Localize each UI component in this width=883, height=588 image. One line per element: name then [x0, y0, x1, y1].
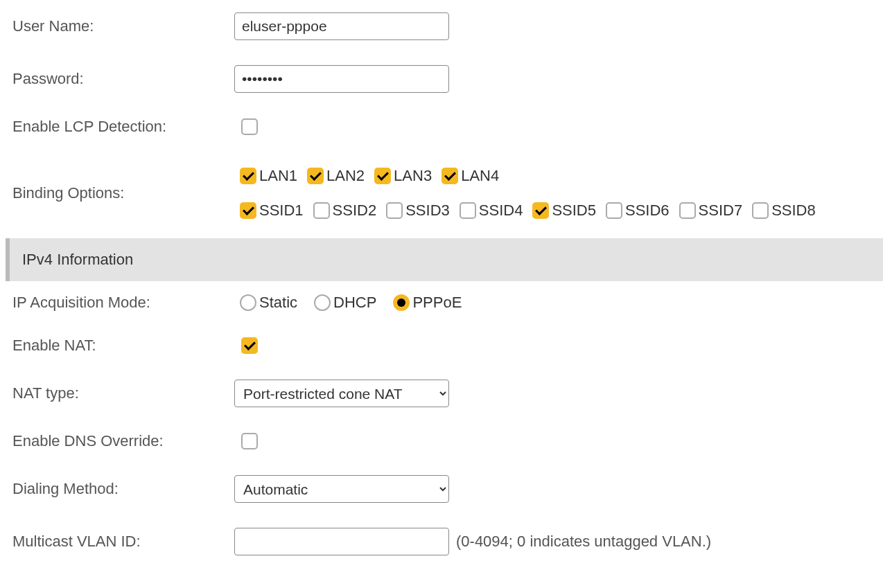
label-dialing-method: Dialing Method: [12, 480, 234, 498]
dialing-method-select[interactable]: Automatic [234, 475, 449, 503]
binding-ssid6[interactable]: SSID6 [606, 195, 670, 226]
binding-ssid3-label: SSID3 [405, 195, 450, 226]
binding-ssid7[interactable]: SSID7 [679, 195, 743, 226]
binding-ssid2-label: SSID2 [333, 195, 377, 226]
ip-mode-dhcp[interactable]: DHCP [314, 294, 376, 312]
row-user-name: User Name: [0, 0, 883, 53]
binding-ssid4[interactable]: SSID4 [460, 195, 523, 226]
user-name-input[interactable] [234, 12, 449, 40]
binding-options-group: LAN1 LAN2 LAN3 LAN4 SSID1 SSID2 SSID3 SS… [234, 161, 871, 226]
binding-ssid6-checkbox[interactable] [606, 202, 622, 219]
ip-mode-dhcp-radio[interactable] [314, 294, 331, 311]
binding-ssid7-checkbox[interactable] [679, 202, 696, 219]
ip-mode-pppoe-label: PPPoE [412, 294, 462, 312]
binding-ssid1[interactable]: SSID1 [240, 195, 304, 226]
binding-lan1-checkbox[interactable] [240, 168, 256, 184]
ip-mode-static-radio[interactable] [240, 294, 256, 311]
binding-ssid1-checkbox[interactable] [240, 202, 256, 219]
label-enable-lcp: Enable LCP Detection: [12, 118, 234, 136]
binding-ssid5-label: SSID5 [552, 195, 596, 226]
label-nat-type: NAT type: [12, 384, 234, 402]
binding-lan1-label: LAN1 [259, 161, 297, 191]
enable-nat-checkbox[interactable] [241, 337, 258, 354]
label-enable-dns-override: Enable DNS Override: [12, 432, 234, 450]
binding-lan2-label: LAN2 [326, 161, 365, 191]
binding-ssid2-checkbox[interactable] [313, 202, 330, 219]
label-user-name: User Name: [12, 17, 234, 35]
binding-lan1[interactable]: LAN1 [240, 161, 297, 191]
ip-mode-static-label: Static [259, 294, 297, 312]
ip-mode-pppoe[interactable]: PPPoE [393, 294, 462, 312]
binding-ssid5[interactable]: SSID5 [532, 195, 596, 226]
ip-mode-group: Static DHCP PPPoE [240, 294, 871, 312]
binding-lan4-label: LAN4 [461, 161, 499, 191]
enable-lcp-checkbox[interactable] [241, 118, 258, 135]
row-dialing-method: Dialing Method: Automatic [0, 463, 883, 515]
nat-type-select[interactable]: Port-restricted cone NAT [234, 380, 449, 407]
ip-mode-pppoe-radio[interactable] [393, 294, 410, 311]
label-ip-mode: IP Acquisition Mode: [12, 294, 234, 312]
binding-lan4-checkbox[interactable] [442, 168, 458, 184]
row-password: Password: [0, 53, 883, 105]
binding-lan2-checkbox[interactable] [307, 168, 324, 184]
section-header-ipv4: IPv4 Information [6, 238, 883, 281]
binding-ssid2[interactable]: SSID2 [313, 195, 377, 226]
binding-lan3[interactable]: LAN3 [374, 161, 432, 191]
binding-ssid8[interactable]: SSID8 [752, 195, 816, 226]
label-multicast-vlan: Multicast VLAN ID: [12, 533, 234, 551]
row-enable-dns-override: Enable DNS Override: [0, 420, 883, 463]
row-nat-type: NAT type: Port-restricted cone NAT [0, 367, 883, 420]
label-enable-nat: Enable NAT: [12, 337, 234, 355]
row-binding-options: Binding Options: LAN1 LAN2 LAN3 LAN4 SSI… [0, 148, 883, 238]
label-binding-options: Binding Options: [12, 184, 234, 202]
binding-ssid8-label: SSID8 [771, 195, 816, 226]
binding-ssid3-checkbox[interactable] [386, 202, 403, 219]
binding-lan3-label: LAN3 [394, 161, 432, 191]
row-ip-mode: IP Acquisition Mode: Static DHCP PPPoE [0, 281, 883, 324]
binding-ssid6-label: SSID6 [625, 195, 670, 226]
row-enable-lcp: Enable LCP Detection: [0, 105, 883, 148]
ip-mode-static[interactable]: Static [240, 294, 297, 312]
row-enable-nat: Enable NAT: [0, 324, 883, 367]
binding-ssid8-checkbox[interactable] [752, 202, 769, 219]
binding-lan3-checkbox[interactable] [374, 168, 391, 184]
binding-lan2[interactable]: LAN2 [307, 161, 365, 191]
label-password: Password: [12, 70, 234, 88]
binding-ssid4-label: SSID4 [479, 195, 523, 226]
binding-ssid3[interactable]: SSID3 [386, 195, 450, 226]
binding-ssid4-checkbox[interactable] [460, 202, 476, 219]
binding-ssid1-label: SSID1 [259, 195, 304, 226]
ip-mode-dhcp-label: DHCP [333, 294, 376, 312]
enable-dns-override-checkbox[interactable] [241, 433, 258, 449]
password-input[interactable] [234, 65, 449, 93]
binding-lan4[interactable]: LAN4 [442, 161, 499, 191]
row-multicast-vlan: Multicast VLAN ID: (0-4094; 0 indicates … [0, 515, 883, 568]
multicast-vlan-input[interactable] [234, 528, 449, 555]
binding-ssid5-checkbox[interactable] [532, 202, 549, 219]
binding-ssid7-label: SSID7 [699, 195, 743, 226]
multicast-vlan-hint: (0-4094; 0 indicates untagged VLAN.) [456, 533, 711, 551]
